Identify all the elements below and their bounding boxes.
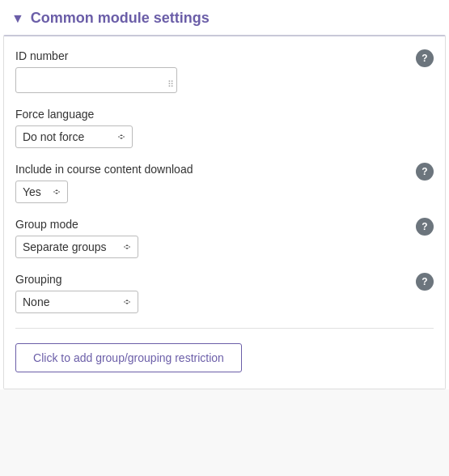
id-number-field: ID number ⠿ ?: [15, 49, 434, 93]
id-number-label: ID number: [15, 49, 434, 62]
id-number-input-wrapper: ⠿: [15, 67, 177, 93]
grouping-label: Grouping: [15, 273, 434, 286]
group-mode-label: Group mode: [15, 218, 434, 231]
group-mode-field: Group mode No groups Separate groups Vis…: [15, 218, 434, 258]
grouping-field: Grouping None ?: [15, 273, 434, 313]
id-number-help-icon[interactable]: ?: [416, 49, 434, 67]
divider: [15, 328, 434, 329]
grouping-help-icon[interactable]: ?: [416, 273, 434, 291]
section-title: Common module settings: [31, 10, 210, 27]
include-download-label: Include in course content download: [15, 163, 434, 176]
force-language-label: Force language: [15, 108, 434, 121]
group-mode-select[interactable]: No groups Separate groups Visible groups: [15, 236, 138, 258]
grouping-select[interactable]: None: [15, 291, 138, 313]
page-container: ▼ Common module settings ID number ⠿ ? F…: [0, 0, 449, 389]
force-language-field: Force language Do not force English Fren…: [15, 108, 434, 148]
group-mode-help-icon[interactable]: ?: [416, 218, 434, 236]
include-download-field: Include in course content download Yes N…: [15, 163, 434, 203]
force-language-select[interactable]: Do not force English French German Spani…: [15, 125, 133, 148]
id-number-input[interactable]: [15, 67, 177, 93]
section-content: ID number ⠿ ? Force language Do not forc…: [3, 35, 446, 389]
resize-icon: ⠿: [167, 79, 174, 90]
include-download-help-icon[interactable]: ?: [416, 163, 434, 181]
section-header[interactable]: ▼ Common module settings: [0, 0, 449, 35]
add-restriction-button[interactable]: Click to add group/grouping restriction: [15, 343, 242, 372]
toggle-icon: ▼: [11, 11, 24, 26]
include-download-select[interactable]: Yes No: [15, 181, 68, 203]
